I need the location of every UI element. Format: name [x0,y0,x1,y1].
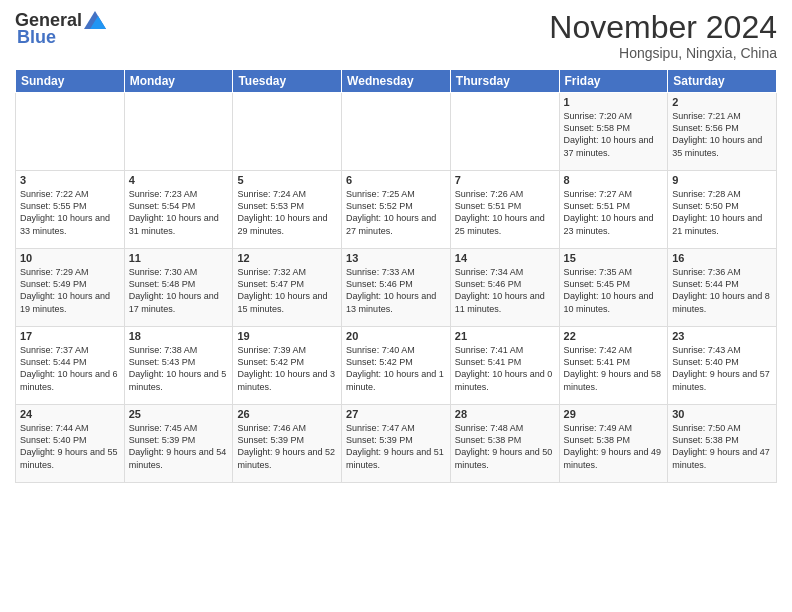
calendar-cell: 5Sunrise: 7:24 AM Sunset: 5:53 PM Daylig… [233,171,342,249]
day-info: Sunrise: 7:21 AM Sunset: 5:56 PM Dayligh… [672,110,772,159]
calendar-cell: 20Sunrise: 7:40 AM Sunset: 5:42 PM Dayli… [342,327,451,405]
day-number: 15 [564,252,664,264]
day-number: 3 [20,174,120,186]
day-number: 2 [672,96,772,108]
day-info: Sunrise: 7:39 AM Sunset: 5:42 PM Dayligh… [237,344,337,393]
header-thursday: Thursday [450,70,559,93]
calendar-cell: 19Sunrise: 7:39 AM Sunset: 5:42 PM Dayli… [233,327,342,405]
calendar-cell: 29Sunrise: 7:49 AM Sunset: 5:38 PM Dayli… [559,405,668,483]
day-info: Sunrise: 7:27 AM Sunset: 5:51 PM Dayligh… [564,188,664,237]
calendar-cell [233,93,342,171]
calendar-cell: 13Sunrise: 7:33 AM Sunset: 5:46 PM Dayli… [342,249,451,327]
day-number: 27 [346,408,446,420]
day-info: Sunrise: 7:29 AM Sunset: 5:49 PM Dayligh… [20,266,120,315]
day-info: Sunrise: 7:44 AM Sunset: 5:40 PM Dayligh… [20,422,120,471]
day-info: Sunrise: 7:45 AM Sunset: 5:39 PM Dayligh… [129,422,229,471]
calendar-row-3: 10Sunrise: 7:29 AM Sunset: 5:49 PM Dayli… [16,249,777,327]
header-monday: Monday [124,70,233,93]
calendar-cell: 10Sunrise: 7:29 AM Sunset: 5:49 PM Dayli… [16,249,125,327]
day-info: Sunrise: 7:48 AM Sunset: 5:38 PM Dayligh… [455,422,555,471]
calendar-cell: 7Sunrise: 7:26 AM Sunset: 5:51 PM Daylig… [450,171,559,249]
calendar-cell [342,93,451,171]
logo-blue: Blue [17,27,56,48]
calendar-cell [450,93,559,171]
calendar-row-4: 17Sunrise: 7:37 AM Sunset: 5:44 PM Dayli… [16,327,777,405]
day-info: Sunrise: 7:37 AM Sunset: 5:44 PM Dayligh… [20,344,120,393]
calendar-cell [16,93,125,171]
day-number: 30 [672,408,772,420]
day-number: 16 [672,252,772,264]
calendar-cell: 26Sunrise: 7:46 AM Sunset: 5:39 PM Dayli… [233,405,342,483]
day-number: 1 [564,96,664,108]
calendar-cell: 11Sunrise: 7:30 AM Sunset: 5:48 PM Dayli… [124,249,233,327]
calendar-cell: 4Sunrise: 7:23 AM Sunset: 5:54 PM Daylig… [124,171,233,249]
calendar-cell: 1Sunrise: 7:20 AM Sunset: 5:58 PM Daylig… [559,93,668,171]
calendar-cell: 25Sunrise: 7:45 AM Sunset: 5:39 PM Dayli… [124,405,233,483]
day-info: Sunrise: 7:49 AM Sunset: 5:38 PM Dayligh… [564,422,664,471]
calendar-cell: 8Sunrise: 7:27 AM Sunset: 5:51 PM Daylig… [559,171,668,249]
day-info: Sunrise: 7:43 AM Sunset: 5:40 PM Dayligh… [672,344,772,393]
calendar: Sunday Monday Tuesday Wednesday Thursday… [15,69,777,483]
header-saturday: Saturday [668,70,777,93]
day-number: 4 [129,174,229,186]
day-info: Sunrise: 7:40 AM Sunset: 5:42 PM Dayligh… [346,344,446,393]
calendar-cell [124,93,233,171]
day-number: 18 [129,330,229,342]
month-title: November 2024 [549,10,777,45]
day-number: 5 [237,174,337,186]
day-number: 10 [20,252,120,264]
logo: General Blue [15,10,106,48]
day-info: Sunrise: 7:24 AM Sunset: 5:53 PM Dayligh… [237,188,337,237]
day-number: 14 [455,252,555,264]
day-number: 6 [346,174,446,186]
calendar-cell: 9Sunrise: 7:28 AM Sunset: 5:50 PM Daylig… [668,171,777,249]
header-tuesday: Tuesday [233,70,342,93]
calendar-cell: 6Sunrise: 7:25 AM Sunset: 5:52 PM Daylig… [342,171,451,249]
calendar-row-2: 3Sunrise: 7:22 AM Sunset: 5:55 PM Daylig… [16,171,777,249]
day-info: Sunrise: 7:30 AM Sunset: 5:48 PM Dayligh… [129,266,229,315]
calendar-cell: 14Sunrise: 7:34 AM Sunset: 5:46 PM Dayli… [450,249,559,327]
day-number: 12 [237,252,337,264]
header-sunday: Sunday [16,70,125,93]
day-info: Sunrise: 7:26 AM Sunset: 5:51 PM Dayligh… [455,188,555,237]
day-number: 20 [346,330,446,342]
page: General Blue November 2024 Hongsipu, Nin… [0,0,792,612]
weekday-header-row: Sunday Monday Tuesday Wednesday Thursday… [16,70,777,93]
calendar-row-5: 24Sunrise: 7:44 AM Sunset: 5:40 PM Dayli… [16,405,777,483]
day-info: Sunrise: 7:23 AM Sunset: 5:54 PM Dayligh… [129,188,229,237]
calendar-cell: 15Sunrise: 7:35 AM Sunset: 5:45 PM Dayli… [559,249,668,327]
calendar-cell: 27Sunrise: 7:47 AM Sunset: 5:39 PM Dayli… [342,405,451,483]
calendar-cell: 12Sunrise: 7:32 AM Sunset: 5:47 PM Dayli… [233,249,342,327]
day-number: 21 [455,330,555,342]
day-info: Sunrise: 7:28 AM Sunset: 5:50 PM Dayligh… [672,188,772,237]
calendar-cell: 30Sunrise: 7:50 AM Sunset: 5:38 PM Dayli… [668,405,777,483]
calendar-cell: 28Sunrise: 7:48 AM Sunset: 5:38 PM Dayli… [450,405,559,483]
logo-icon [84,11,106,29]
day-number: 29 [564,408,664,420]
calendar-cell: 23Sunrise: 7:43 AM Sunset: 5:40 PM Dayli… [668,327,777,405]
day-info: Sunrise: 7:32 AM Sunset: 5:47 PM Dayligh… [237,266,337,315]
calendar-cell: 22Sunrise: 7:42 AM Sunset: 5:41 PM Dayli… [559,327,668,405]
day-info: Sunrise: 7:34 AM Sunset: 5:46 PM Dayligh… [455,266,555,315]
day-info: Sunrise: 7:35 AM Sunset: 5:45 PM Dayligh… [564,266,664,315]
location: Hongsipu, Ningxia, China [549,45,777,61]
day-info: Sunrise: 7:42 AM Sunset: 5:41 PM Dayligh… [564,344,664,393]
day-number: 23 [672,330,772,342]
day-info: Sunrise: 7:38 AM Sunset: 5:43 PM Dayligh… [129,344,229,393]
calendar-row-1: 1Sunrise: 7:20 AM Sunset: 5:58 PM Daylig… [16,93,777,171]
day-number: 17 [20,330,120,342]
day-info: Sunrise: 7:46 AM Sunset: 5:39 PM Dayligh… [237,422,337,471]
day-number: 7 [455,174,555,186]
header: General Blue November 2024 Hongsipu, Nin… [15,10,777,61]
day-number: 24 [20,408,120,420]
day-info: Sunrise: 7:50 AM Sunset: 5:38 PM Dayligh… [672,422,772,471]
title-area: November 2024 Hongsipu, Ningxia, China [549,10,777,61]
header-wednesday: Wednesday [342,70,451,93]
calendar-cell: 17Sunrise: 7:37 AM Sunset: 5:44 PM Dayli… [16,327,125,405]
calendar-cell: 24Sunrise: 7:44 AM Sunset: 5:40 PM Dayli… [16,405,125,483]
day-number: 8 [564,174,664,186]
day-number: 13 [346,252,446,264]
day-number: 25 [129,408,229,420]
day-number: 22 [564,330,664,342]
day-info: Sunrise: 7:41 AM Sunset: 5:41 PM Dayligh… [455,344,555,393]
